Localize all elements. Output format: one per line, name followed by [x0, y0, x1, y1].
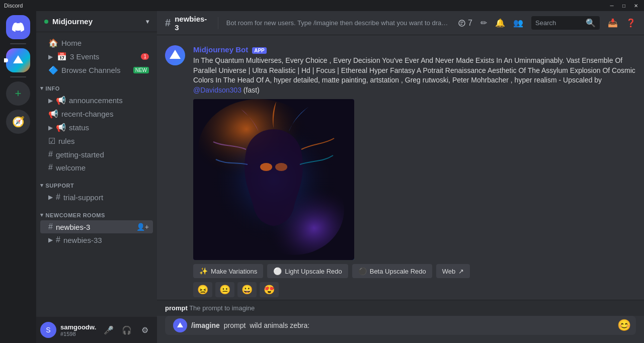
prompt-hint: prompt The prompt to imagine: [157, 300, 644, 316]
getting-started-icon: #: [48, 150, 53, 159]
input-icons: 😊: [616, 317, 632, 333]
sidebar-item-events[interactable]: ▶ 📅 3 Events 1: [40, 50, 153, 63]
newbies-3-icon: #: [48, 222, 53, 231]
channel-newbies-3[interactable]: # newbies-3 👤+: [40, 220, 153, 233]
help-icon[interactable]: ❓: [626, 18, 636, 28]
maximize-button[interactable]: □: [620, 3, 628, 9]
add-member-icon[interactable]: 👤+: [136, 223, 149, 231]
section-newcomer[interactable]: ▾ NEWCOMER ROOMS: [36, 204, 157, 220]
bot-avatar-small: [173, 318, 187, 332]
reaction-love[interactable]: 😍: [260, 282, 279, 297]
prompt-hint-description: The prompt to imagine: [189, 304, 255, 312]
reaction-neutral[interactable]: 😐: [215, 282, 234, 297]
message-input-wrapper: /imagine 😊: [165, 316, 636, 335]
threads-count: 7: [468, 19, 472, 28]
sidebar-item-home[interactable]: 🏠 Home: [40, 36, 153, 50]
input-field-container: [224, 316, 612, 335]
channel-announcements[interactable]: ▶ 📢 announcements: [40, 94, 153, 107]
welcome-icon: #: [48, 163, 53, 172]
message-author[interactable]: Midjourney Bot: [193, 45, 248, 54]
newbies-33-icon: #: [56, 235, 60, 244]
sidebar-item-browse[interactable]: 🔷 Browse Channels NEW: [40, 63, 153, 77]
message-input[interactable]: [224, 316, 612, 335]
recent-changes-label: recent-changes: [61, 110, 113, 118]
status-label: status: [69, 123, 89, 132]
web-label: Web: [442, 268, 456, 275]
input-area: /imagine 😊: [157, 316, 644, 343]
section-support[interactable]: ▾ SUPPORT: [36, 174, 157, 191]
server-header[interactable]: Midjourney ▾: [36, 11, 157, 32]
beta-upscale-icon: ⚫: [358, 267, 367, 275]
server-name: Midjourney: [52, 17, 93, 26]
settings-button[interactable]: ⚙: [137, 322, 153, 338]
inbox-icon[interactable]: 📥: [608, 18, 618, 28]
events-badge: 1: [141, 53, 149, 60]
user-avatar: S: [40, 322, 56, 338]
channel-sidebar: Midjourney ▾ 🏠 Home ▶ 📅 3 Events 1 🔷 Bro…: [36, 11, 157, 343]
web-button[interactable]: Web ↗: [436, 264, 470, 278]
server-chevron-icon: ▾: [146, 18, 149, 25]
channel-header-label: newbies-3: [175, 15, 210, 32]
reaction-happy-emoji: 😀: [242, 285, 253, 295]
members-icon[interactable]: 👥: [513, 18, 523, 28]
minimize-button[interactable]: ─: [608, 3, 616, 9]
edit-icon[interactable]: ✏: [480, 18, 487, 28]
reaction-angry-emoji: 😖: [197, 285, 208, 295]
light-upscale-redo-button[interactable]: ⚪ Light Upscale Redo: [267, 264, 348, 278]
messages-area[interactable]: Midjourney Bot APP In The Quantum Multiv…: [157, 35, 644, 300]
svg-point-6: [275, 163, 287, 171]
emoji-button[interactable]: 😊: [616, 317, 632, 333]
user-controls: 🎤 🎧 ⚙: [101, 322, 153, 338]
main-content: # newbies-3 Bot room for new users. Type…: [157, 11, 644, 343]
announcements-label: announcements: [69, 96, 123, 105]
channel-status[interactable]: ▶ 📢 status: [40, 121, 153, 134]
light-upscale-label: Light Upscale Redo: [285, 268, 342, 275]
reaction-angry[interactable]: 😖: [193, 282, 212, 297]
close-button[interactable]: ✕: [632, 3, 640, 9]
channel-newbies-33[interactable]: ▶ # newbies-33: [40, 233, 153, 246]
channel-rules[interactable]: ☑ rules: [40, 134, 153, 148]
message-mention[interactable]: @Davidson303: [193, 86, 242, 94]
titlebar: Discord ─ □ ✕: [0, 0, 644, 11]
channel-getting-started[interactable]: # getting-started: [40, 148, 153, 161]
events-icon: 📅: [57, 52, 67, 61]
channel-welcome[interactable]: # welcome: [40, 161, 153, 174]
user-avatar-text: S: [46, 326, 50, 334]
header-icons: 7 ✏ 🔔 👥 Search 🔍 📥 ❓: [458, 16, 636, 30]
channel-header: # newbies-3 Bot room for new users. Type…: [157, 11, 644, 35]
message-text: In The Quantum Multiverses, Every Choice…: [193, 56, 636, 95]
server-separator-2: [10, 76, 26, 77]
getting-started-label: getting-started: [56, 150, 104, 159]
channel-recent-changes[interactable]: 📢 recent-changes: [40, 107, 153, 121]
beta-upscale-label: Beta Upscale Redo: [370, 268, 426, 275]
mute-button[interactable]: 🎤: [101, 322, 117, 338]
reaction-neutral-emoji: 😐: [219, 285, 230, 295]
section-support-chevron: ▾: [40, 182, 44, 189]
channel-trial-support[interactable]: ▶ # trial-support: [40, 191, 153, 204]
recent-changes-icon: 📢: [48, 109, 58, 119]
make-variations-label: Make Variations: [211, 268, 257, 275]
discover-servers-button[interactable]: 🧭: [6, 110, 30, 134]
browse-label: Browse Channels: [61, 66, 121, 74]
add-server-button[interactable]: +: [6, 81, 30, 106]
threads-icon[interactable]: 7: [458, 19, 472, 28]
make-variations-button[interactable]: ✨ Make Variations: [193, 264, 263, 278]
light-upscale-icon: ⚪: [273, 267, 282, 275]
beta-upscale-redo-button[interactable]: ⚫ Beta Upscale Redo: [352, 264, 432, 278]
make-variations-icon: ✨: [199, 267, 208, 275]
notification-icon[interactable]: 🔔: [495, 18, 505, 28]
trial-support-label: trial-support: [63, 193, 103, 202]
message-avatar: [165, 45, 185, 65]
midjourney-server-icon[interactable]: [6, 48, 30, 72]
reaction-happy[interactable]: 😀: [237, 282, 257, 297]
search-box[interactable]: Search 🔍: [531, 16, 600, 30]
section-info-label: INFO: [46, 85, 60, 92]
server-sidebar: + 🧭: [0, 11, 36, 343]
section-info[interactable]: ▾ INFO: [36, 77, 157, 94]
svg-point-0: [459, 20, 465, 26]
window-controls[interactable]: ─ □ ✕: [608, 3, 640, 9]
deafen-button[interactable]: 🎧: [119, 322, 135, 338]
web-external-icon: ↗: [458, 268, 464, 275]
user-discriminator: #1598: [60, 331, 97, 337]
discord-home-icon[interactable]: [6, 15, 30, 39]
